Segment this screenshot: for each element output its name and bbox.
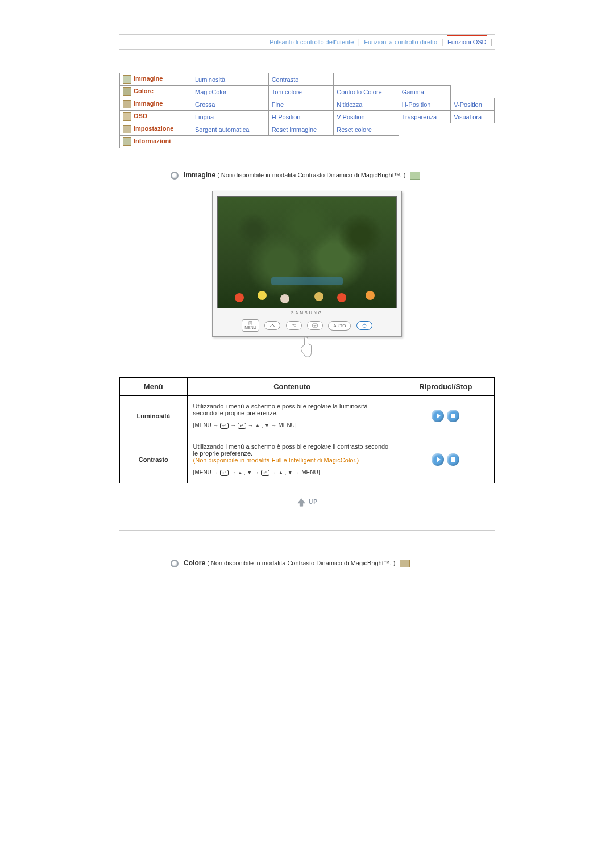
osd-icon <box>123 112 131 121</box>
color-tag-icon <box>400 560 410 567</box>
row-contrasto-label: Contrasto <box>120 436 188 483</box>
enter-icon: ↵ <box>220 423 229 429</box>
cell-visual-ora[interactable]: Visual ora <box>451 111 495 123</box>
row-contrasto-controls <box>397 436 494 483</box>
cell-vposition-osd[interactable]: V-Position <box>334 111 399 123</box>
up-label: UP <box>309 498 318 504</box>
table-row: Immagine Luminosità Contrasto <box>120 73 495 86</box>
table-row: Colore MagicColor Toni colore Controllo … <box>120 86 495 98</box>
table-row: Impostazione Sorgent automatica Reset im… <box>120 123 495 136</box>
cell-hposition-osd[interactable]: H-Position <box>268 111 334 123</box>
section-heading-immagine: Immagine ( Non disponibile in modalità C… <box>171 171 495 180</box>
table-row: Informazioni <box>120 136 495 148</box>
monitor-frame: SAMSUNG 回MENU AUTO <box>212 191 402 337</box>
enter-button[interactable] <box>307 321 323 330</box>
cell-magiccolor[interactable]: MagicColor <box>192 86 268 98</box>
enter-icon: ↵ <box>220 470 229 476</box>
monitor-illustration: SAMSUNG 回MENU AUTO <box>119 191 495 360</box>
play-button[interactable] <box>432 410 444 422</box>
nav-sequence: [MENU → ↵ → ▲ , ▼ → ↵ → ▲ , ▼ → MENU] <box>193 469 391 476</box>
cell-nitidezza[interactable]: Nitidezza <box>334 98 399 111</box>
pointing-hand-icon <box>119 336 495 360</box>
arrow-updown-icon: ▲ , ▼ <box>255 423 269 428</box>
stop-button[interactable] <box>447 453 459 466</box>
monitor-screen <box>217 196 397 308</box>
color-icon <box>123 87 131 96</box>
svg-point-0 <box>294 325 296 327</box>
category-osd[interactable]: OSD <box>120 111 192 123</box>
back-to-top[interactable]: UP <box>119 497 495 507</box>
table-row: Immagine Grossa Fine Nitidezza H-Positio… <box>120 98 495 111</box>
category-impostazione[interactable]: Impostazione <box>120 123 192 136</box>
stop-button[interactable] <box>447 410 459 422</box>
divider-icon: | <box>442 38 443 46</box>
section-note: ( Non disponibile in modalità Contrasto … <box>207 560 395 566</box>
monitor-buttons: 回MENU AUTO <box>217 317 397 335</box>
cell-sorgent-auto[interactable]: Sorgent automatica <box>192 123 268 136</box>
cell-reset-immagine[interactable]: Reset immagine <box>268 123 334 136</box>
cell-luminosita[interactable]: Luminosità <box>192 73 268 86</box>
cell-controllo-colore[interactable]: Controllo Colore <box>334 86 399 98</box>
cell-lingua[interactable]: Lingua <box>192 111 268 123</box>
col-menu: Menù <box>120 378 188 396</box>
cell-fine[interactable]: Fine <box>268 98 334 111</box>
menu-button[interactable]: 回MENU <box>242 319 259 332</box>
top-tab-nav: Pulsanti di controllo dell'utente | Funz… <box>119 34 495 50</box>
section-note: ( Non disponibile in modalità Contrasto … <box>217 172 405 178</box>
category-immagine[interactable]: Immagine <box>120 73 192 86</box>
info-icon <box>123 137 131 146</box>
nav-sequence: [MENU → ↵ → ↵ → ▲ , ▼ → MENU] <box>193 422 391 429</box>
picture-icon <box>123 75 131 84</box>
section-title-text: Colore <box>184 559 205 567</box>
table-row: OSD Lingua H-Position V-Position Traspar… <box>120 111 495 123</box>
menu-detail-table: Menù Contenuto Riproduci/Stop Luminosità… <box>119 377 495 483</box>
table-row: Contrasto Utilizzando i menù a schermo è… <box>120 436 495 483</box>
cell-grossa[interactable]: Grossa <box>192 98 268 111</box>
cell-toni-colore[interactable]: Toni colore <box>268 86 334 98</box>
row-luminosita-content: Utilizzando i menù a schermo è possibile… <box>187 396 397 436</box>
warning-text: (Non disponibile in modalità Full e Inte… <box>193 457 359 464</box>
power-button[interactable] <box>356 321 372 330</box>
osd-function-grid: Immagine Luminosità Contrasto Colore Mag… <box>119 73 495 148</box>
cell-hposition[interactable]: H-Position <box>399 98 451 111</box>
nav-link-direct[interactable]: Funzioni a controllo diretto <box>364 39 437 45</box>
row-luminosita-controls <box>397 396 494 436</box>
enter-icon: ↵ <box>261 470 269 476</box>
divider-icon: | <box>491 38 492 46</box>
nav-link-osd[interactable]: Funzioni OSD <box>447 35 486 45</box>
row-luminosita-label: Luminosità <box>120 396 188 436</box>
row-contrasto-content: Utilizzando i menù a schermo è possibile… <box>187 436 397 483</box>
settings-icon <box>123 125 131 133</box>
brand-label: SAMSUNG <box>217 308 397 317</box>
cell-gamma[interactable]: Gamma <box>399 86 451 98</box>
table-row: Luminosità Utilizzando i menù a schermo … <box>120 396 495 436</box>
picture-tag-icon <box>410 172 420 180</box>
bullet-icon <box>171 560 179 567</box>
col-riproduci: Riproduci/Stop <box>397 378 494 396</box>
category-informazioni[interactable]: Informazioni <box>120 136 192 148</box>
section-heading-colore: Colore ( Non disponibile in modalità Con… <box>171 559 495 567</box>
adjust-icon <box>123 100 131 108</box>
cell-vposition[interactable]: V-Position <box>451 98 495 111</box>
cell-trasparenza[interactable]: Trasparenza <box>399 111 451 123</box>
cell-reset-colore[interactable]: Reset colore <box>334 123 399 136</box>
brightness-down-button[interactable] <box>286 321 302 330</box>
arrow-updown-icon: ▲ , ▼ <box>238 470 252 475</box>
section-title-text: Immagine <box>184 171 215 179</box>
section-divider <box>119 530 495 531</box>
table-header-row: Menù Contenuto Riproduci/Stop <box>120 378 495 396</box>
brightness-up-button[interactable] <box>264 321 280 330</box>
play-button[interactable] <box>432 453 444 466</box>
category-colore[interactable]: Colore <box>120 86 192 98</box>
arrow-updown-icon: ▲ , ▼ <box>278 470 292 475</box>
category-immagine-2[interactable]: Immagine <box>120 98 192 111</box>
col-contenuto: Contenuto <box>187 378 397 396</box>
divider-icon: | <box>358 38 360 46</box>
svg-rect-3 <box>313 324 318 327</box>
nav-link-controls[interactable]: Pulsanti di controllo dell'utente <box>269 39 354 45</box>
enter-icon: ↵ <box>238 423 246 429</box>
auto-button[interactable]: AUTO <box>328 321 351 331</box>
cell-contrasto[interactable]: Contrasto <box>268 73 334 86</box>
bullet-icon <box>171 172 179 180</box>
